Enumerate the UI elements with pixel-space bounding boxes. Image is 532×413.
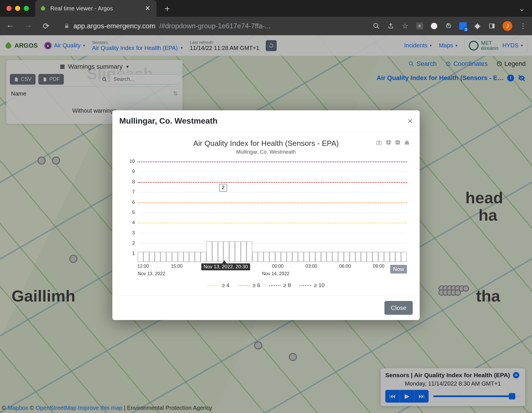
window-minimize-icon[interactable] (15, 6, 20, 11)
extension-gn-icon[interactable] (416, 22, 423, 30)
url-domain: app.argos-emergency.com (73, 22, 155, 30)
chart-modal: Mullingar, Co. Westmeath × Air Quality I… (112, 110, 420, 320)
lock-icon (64, 23, 69, 29)
modal-title: Mullingar, Co. Westmeath (119, 116, 217, 126)
profile-avatar[interactable]: J (503, 21, 512, 31)
reload-button[interactable]: ⟳ (41, 21, 51, 31)
close-tab-icon[interactable]: ✕ (145, 5, 150, 12)
tabs-menu-icon[interactable]: ⌄ (519, 4, 525, 13)
now-label: Now (390, 265, 407, 274)
browser-chrome: Real time viewer - Argos ✕ ＋ ⌄ ← → ⟳ app… (0, 0, 532, 35)
url-bar[interactable]: app.argos-emergency.com/#dropdown-group-… (59, 22, 364, 30)
forward-button: → (23, 21, 33, 31)
tab-title: Real time viewer - Argos (50, 5, 113, 12)
minus-icon[interactable] (395, 139, 401, 146)
y-axis: 12345678910 (126, 160, 137, 262)
svg-point-0 (374, 23, 378, 27)
new-tab-button[interactable]: ＋ (163, 3, 172, 14)
share-icon[interactable] (387, 22, 395, 30)
svg-rect-20 (378, 141, 380, 142)
browser-toolbar-icons: ☆ 3 J ⋮ (373, 21, 527, 31)
camera-icon[interactable] (376, 139, 382, 146)
modal-close-icon[interactable]: × (408, 116, 413, 126)
nav-bar: ← → ⟳ app.argos-emergency.com/#dropdown-… (0, 17, 532, 35)
chart-title: Air Quality Index for Health (Sensors - … (120, 139, 412, 148)
chart-subtitle: Mullingar, Co. Westmeath (120, 149, 412, 155)
time-tooltip: Nov 13, 2022, 20:30 (201, 263, 250, 270)
browser-tab[interactable]: Real time viewer - Argos ✕ (35, 0, 157, 17)
extension-white-icon[interactable] (430, 22, 438, 30)
svg-rect-18 (377, 141, 382, 145)
window-zoom-icon[interactable] (24, 6, 29, 11)
window-close-icon[interactable] (6, 6, 12, 11)
extension-drive-icon[interactable] (445, 22, 452, 30)
bookmark-icon[interactable]: ☆ (401, 22, 409, 30)
data-tooltip: 2 (219, 184, 227, 191)
site-favicon-icon (40, 5, 46, 12)
x-axis: 12:0015:0018:0021:0000:0003:0006:0009:00 (138, 264, 407, 270)
browser-menu-icon[interactable]: ⋮ (519, 22, 527, 30)
svg-point-4 (431, 23, 437, 29)
x-date-label: Nov 14, 2022 (262, 271, 289, 276)
home-icon[interactable] (404, 139, 410, 146)
url-path: /#dropdown-group-1e617e74-7ffa-... (159, 22, 271, 30)
modal-backdrop[interactable]: Mullingar, Co. Westmeath × Air Quality I… (0, 35, 532, 413)
modal-close-button[interactable]: Close (384, 301, 413, 315)
extension-blue-icon[interactable]: 3 (459, 22, 467, 30)
x-date-label: Nov 13, 2022 (138, 271, 165, 276)
back-button[interactable]: ← (5, 21, 15, 31)
app-viewport: Sligeach Gaillimh head ha tha ARGOS ● Ai… (0, 35, 532, 413)
sidepanel-icon[interactable] (488, 22, 496, 30)
tab-bar: Real time viewer - Argos ✕ ＋ ⌄ (0, 0, 532, 17)
chart-plot-area[interactable]: 12345678910 12:0015:0018:0021:0000:0003:… (120, 158, 412, 276)
extensions-puzzle-icon[interactable] (474, 22, 481, 30)
svg-point-19 (378, 142, 380, 144)
traffic-lights (0, 6, 35, 11)
svg-rect-6 (492, 24, 494, 28)
plus-icon[interactable] (386, 139, 391, 146)
chart-legend: ≥ 4≥ 6≥ 8≥ 10 (120, 282, 412, 289)
gridlines (138, 160, 407, 262)
zoom-icon[interactable] (373, 22, 380, 30)
svg-line-1 (377, 27, 379, 29)
chart: Air Quality Index for Health (Sensors - … (120, 139, 412, 289)
svg-point-3 (418, 25, 421, 27)
